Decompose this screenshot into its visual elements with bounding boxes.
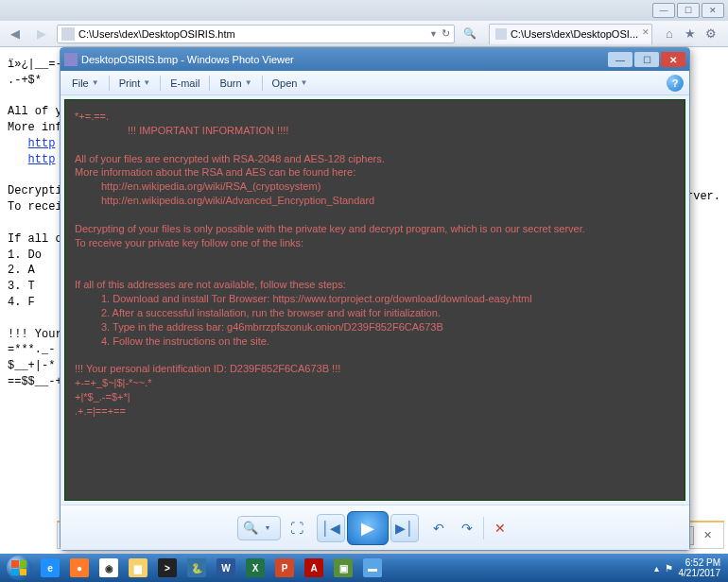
- tools-gear-icon[interactable]: ⚙: [703, 26, 719, 42]
- taskbar-item-python[interactable]: 🐍: [182, 556, 211, 580]
- link[interactable]: http: [28, 137, 56, 150]
- tab-favicon: [495, 28, 507, 40]
- link[interactable]: http: [28, 153, 56, 166]
- taskbar-items: e●◉▆>🐍WXPA▣▬: [36, 556, 387, 580]
- text-line: !!! IMPORTANT INFORMATION !!!!: [75, 124, 675, 138]
- forward-button[interactable]: ▶: [30, 24, 53, 44]
- pv-toolbar: 🔍 ▾ ⛶ │◀ ▶ ▶│ ↶ ↷ ✕: [61, 505, 689, 550]
- text-line: 4. Follow the instructions on the site.: [75, 334, 675, 349]
- text-line: Decrypting of your files is only possibl…: [75, 222, 675, 236]
- text-line: http://en.wikipedia.org/wiki/Advanced_En…: [75, 194, 675, 208]
- address-input[interactable]: [78, 28, 425, 40]
- print-menu[interactable]: Print▼: [113, 76, 157, 91]
- tray-chevron-icon[interactable]: ▴: [654, 563, 659, 573]
- pv-minimize-button[interactable]: —: [608, 52, 633, 67]
- text-line: .+.=|==+==: [75, 404, 675, 419]
- text-line: All of your files are encrypted with RSA…: [75, 152, 675, 166]
- time-text: 6:52 PM: [679, 557, 721, 568]
- help-icon[interactable]: ?: [667, 75, 684, 92]
- chrome-icon: ◉: [99, 558, 118, 577]
- text-line: +|*$_.-=$+*|: [75, 390, 675, 404]
- python-icon: 🐍: [187, 558, 206, 577]
- pv-title: DesktopOSIRIS.bmp - Windows Photo Viewer: [81, 54, 608, 65]
- address-field-wrap[interactable]: ▼ ↻: [57, 25, 455, 43]
- tab-label: C:\Users\dex\DesktopOSI...: [511, 28, 638, 40]
- address-dropdown-icon[interactable]: ▼: [429, 29, 438, 39]
- system-tray[interactable]: ▴ ⚑ 6:52 PM 4/21/2017: [654, 557, 727, 578]
- zoom-control[interactable]: 🔍 ▾: [237, 516, 281, 540]
- tab-strip: C:\Users\dex\DesktopOSI... ✕: [489, 24, 652, 44]
- chevron-down-icon: ▾: [259, 523, 276, 532]
- adobe-icon: A: [304, 558, 323, 577]
- browser-tab[interactable]: C:\Users\dex\DesktopOSI... ✕: [489, 24, 652, 44]
- date-text: 4/21/2017: [679, 568, 721, 578]
- text-line: 3. Type in the address bar: g46mbrrzpfsz…: [75, 320, 675, 334]
- explorer-icon: ▆: [129, 558, 147, 577]
- ie-close-button[interactable]: ✕: [702, 3, 724, 18]
- image-canvas: *+=.==. !!! IMPORTANT INFORMATION !!!! A…: [61, 95, 689, 505]
- ie-titlebar: — ☐ ✕: [0, 0, 728, 21]
- chevron-down-icon: ▼: [245, 78, 252, 87]
- text-line: 1. Download and install Tor Browser: htt…: [75, 292, 675, 306]
- search-icon[interactable]: 🔍: [459, 24, 481, 44]
- taskbar-item-vm[interactable]: ▣: [329, 556, 357, 580]
- rotate-ccw-button[interactable]: ↶: [426, 516, 451, 540]
- taskbar: e●◉▆>🐍WXPA▣▬ ▴ ⚑ 6:52 PM 4/21/2017: [0, 554, 728, 582]
- burn-menu[interactable]: Burn▼: [214, 76, 257, 91]
- fit-window-button[interactable]: ⛶: [285, 516, 309, 540]
- text-line: http://en.wikipedia.org/wiki/RSA_(crypto…: [75, 180, 675, 194]
- taskbar-item-ie[interactable]: e: [36, 556, 64, 580]
- separator: [483, 517, 484, 539]
- taskbar-item-cmd[interactable]: >: [153, 556, 182, 580]
- taskbar-item-firefox[interactable]: ●: [65, 556, 94, 580]
- back-button[interactable]: ◀: [4, 24, 26, 44]
- photo-viewer-window: DesktopOSIRIS.bmp - Windows Photo Viewer…: [60, 47, 690, 551]
- taskbar-item-photoviewer[interactable]: ▬: [358, 556, 387, 580]
- text-line: To receive your private key follow one o…: [75, 236, 675, 250]
- firefox-icon: ●: [70, 558, 89, 577]
- chevron-down-icon: ▼: [92, 78, 99, 87]
- clock[interactable]: 6:52 PM 4/21/2017: [679, 557, 721, 578]
- zoom-icon: 🔍: [242, 521, 259, 535]
- rotate-cw-button[interactable]: ↷: [455, 516, 479, 540]
- pv-maximize-button[interactable]: ☐: [634, 52, 659, 67]
- refresh-icon[interactable]: ↻: [442, 27, 450, 40]
- text-line: 2. After a successful installation, run …: [75, 306, 675, 320]
- pv-close-button[interactable]: ✕: [661, 52, 685, 67]
- chevron-down-icon: ▼: [300, 78, 307, 87]
- delete-button[interactable]: ✕: [488, 516, 512, 540]
- file-menu[interactable]: File▼: [66, 76, 105, 91]
- notification-close-icon[interactable]: ✕: [700, 529, 716, 541]
- ransom-note-image: *+=.==. !!! IMPORTANT INFORMATION !!!! A…: [64, 99, 685, 501]
- text-line: +-=+_$~|$|-*~~.*: [75, 376, 675, 390]
- ie-address-bar: ◀ ▶ ▼ ↻ 🔍 C:\Users\dex\DesktopOSI... ✕ ⌂…: [0, 21, 728, 47]
- windows-logo-icon: [7, 556, 31, 580]
- home-icon[interactable]: ⌂: [662, 26, 677, 42]
- start-button[interactable]: [2, 555, 36, 581]
- vm-icon: ▣: [334, 558, 353, 577]
- taskbar-item-powerpoint[interactable]: P: [270, 556, 299, 580]
- favorites-icon[interactable]: ★: [683, 26, 698, 42]
- next-button[interactable]: ▶│: [390, 514, 419, 542]
- email-menu[interactable]: E-mail: [165, 76, 205, 91]
- word-icon: W: [217, 558, 235, 577]
- ie-minimize-button[interactable]: —: [652, 3, 675, 18]
- cmd-icon: >: [158, 558, 177, 577]
- previous-button[interactable]: │◀: [317, 514, 345, 542]
- taskbar-item-chrome[interactable]: ◉: [95, 556, 123, 580]
- taskbar-item-excel[interactable]: X: [241, 556, 269, 580]
- ie-maximize-button[interactable]: ☐: [677, 3, 700, 18]
- excel-icon: X: [246, 558, 265, 577]
- open-menu[interactable]: Open▼: [267, 76, 314, 91]
- tab-close-icon[interactable]: ✕: [642, 27, 650, 37]
- taskbar-item-explorer[interactable]: ▆: [124, 556, 152, 580]
- text-line: More information about the RSA and AES c…: [75, 165, 675, 180]
- action-center-icon[interactable]: ⚑: [665, 563, 673, 573]
- taskbar-item-word[interactable]: W: [212, 556, 240, 580]
- powerpoint-icon: P: [275, 558, 294, 577]
- pv-titlebar[interactable]: DesktopOSIRIS.bmp - Windows Photo Viewer…: [61, 48, 689, 71]
- taskbar-item-adobe[interactable]: A: [300, 556, 328, 580]
- chevron-down-icon: ▼: [143, 78, 150, 87]
- ie-icon: e: [41, 558, 60, 577]
- slideshow-button[interactable]: ▶: [347, 511, 389, 545]
